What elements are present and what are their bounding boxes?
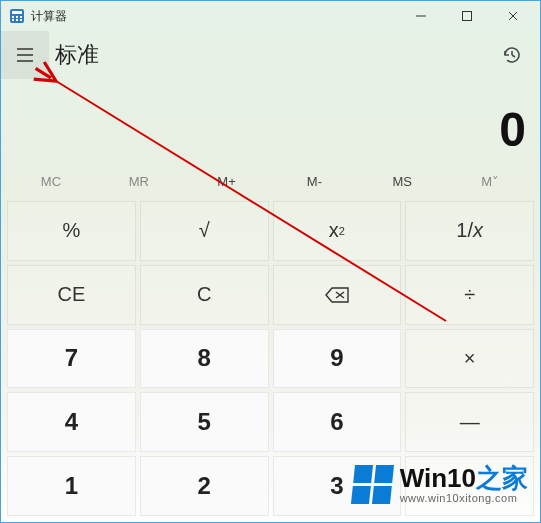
mode-label: 标准: [55, 40, 494, 70]
digit-8[interactable]: 8: [140, 329, 269, 389]
mplus-button[interactable]: M+: [183, 163, 271, 199]
keypad: % √ x2 1/x CE C ÷ 7 8 9 × 4 5 6: [1, 199, 540, 522]
app-icon: [9, 8, 25, 24]
backspace-button[interactable]: [273, 265, 402, 325]
plus-button[interactable]: [405, 456, 534, 516]
mlist-button[interactable]: M˅: [446, 163, 534, 199]
recip-bot: x: [473, 219, 483, 242]
digit-4[interactable]: 4: [7, 392, 136, 452]
sqrt-button[interactable]: √: [140, 201, 269, 261]
menu-button[interactable]: [1, 31, 49, 79]
titlebar: 计算器: [1, 1, 540, 31]
window-controls: [398, 1, 536, 31]
minimize-button[interactable]: [398, 1, 444, 31]
digit-3[interactable]: 3: [273, 456, 402, 516]
svg-rect-7: [20, 19, 22, 21]
history-button[interactable]: [494, 37, 530, 73]
digit-6[interactable]: 6: [273, 392, 402, 452]
window-title: 计算器: [31, 8, 398, 25]
mr-button[interactable]: MR: [95, 163, 183, 199]
square-base: x: [329, 219, 339, 242]
c-button[interactable]: C: [140, 265, 269, 325]
svg-rect-9: [463, 12, 472, 21]
calculator-window: 计算器 标准 0 MC MR M+ M- MS M˅ %: [0, 0, 541, 523]
mminus-button[interactable]: M-: [270, 163, 358, 199]
svg-rect-3: [16, 16, 18, 18]
digit-9[interactable]: 9: [273, 329, 402, 389]
minus-button[interactable]: —: [405, 392, 534, 452]
square-exp: 2: [339, 225, 345, 237]
svg-rect-6: [16, 19, 18, 21]
display: 0: [1, 79, 540, 163]
display-value: 0: [499, 102, 526, 157]
divide-button[interactable]: ÷: [405, 265, 534, 325]
percent-button[interactable]: %: [7, 201, 136, 261]
svg-rect-5: [12, 19, 14, 21]
close-button[interactable]: [490, 1, 536, 31]
multiply-button[interactable]: ×: [405, 329, 534, 389]
reciprocal-button[interactable]: 1/x: [405, 201, 534, 261]
svg-rect-1: [12, 11, 22, 14]
header: 标准: [1, 31, 540, 79]
ce-button[interactable]: CE: [7, 265, 136, 325]
svg-line-16: [512, 55, 515, 57]
svg-rect-2: [12, 16, 14, 18]
digit-7[interactable]: 7: [7, 329, 136, 389]
backspace-icon: [324, 286, 350, 304]
square-button[interactable]: x2: [273, 201, 402, 261]
digit-1[interactable]: 1: [7, 456, 136, 516]
digit-5[interactable]: 5: [140, 392, 269, 452]
digit-2[interactable]: 2: [140, 456, 269, 516]
recip-top: 1: [456, 219, 467, 242]
memory-row: MC MR M+ M- MS M˅: [1, 163, 540, 199]
mc-button[interactable]: MC: [7, 163, 95, 199]
ms-button[interactable]: MS: [358, 163, 446, 199]
svg-rect-4: [20, 16, 22, 18]
maximize-button[interactable]: [444, 1, 490, 31]
